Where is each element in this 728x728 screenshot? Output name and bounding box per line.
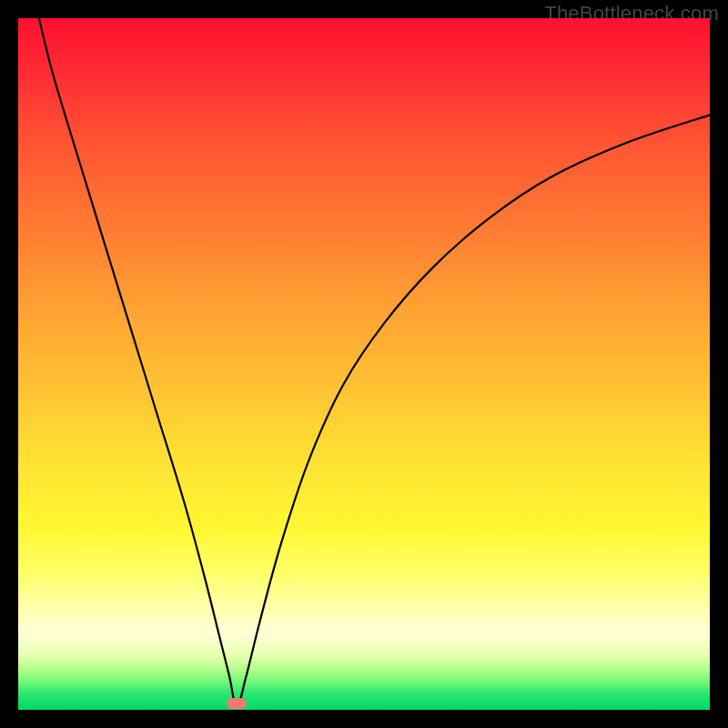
bottleneck-curve	[39, 18, 710, 706]
bottleneck-marker	[227, 698, 247, 709]
chart-svg	[18, 18, 710, 710]
